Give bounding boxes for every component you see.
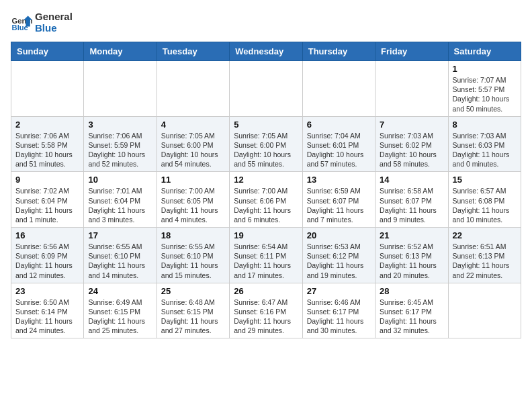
calendar-week-2: 2Sunrise: 7:06 AM Sunset: 5:58 PM Daylig… [11,116,521,172]
day-number: 7 [380,120,443,130]
page-header: General Blue General Blue [11,11,521,34]
day-number: 19 [234,230,298,240]
day-info: Sunrise: 7:04 AM Sunset: 6:01 PM Dayligh… [307,131,371,169]
day-number: 22 [453,230,517,240]
day-info: Sunrise: 6:49 AM Sunset: 6:15 PM Dayligh… [88,298,152,336]
day-number: 12 [234,175,298,185]
day-info: Sunrise: 6:51 AM Sunset: 6:13 PM Dayligh… [453,242,517,280]
calendar-day-11: 11Sunrise: 7:00 AM Sunset: 6:05 PM Dayli… [157,172,229,228]
calendar-day-20: 20Sunrise: 6:53 AM Sunset: 6:12 PM Dayli… [302,228,375,283]
day-info: Sunrise: 6:46 AM Sunset: 6:17 PM Dayligh… [307,298,371,336]
day-header-saturday: Saturday [448,42,521,61]
day-number: 20 [307,230,371,240]
calendar-empty-cell [230,61,302,117]
calendar-day-6: 6Sunrise: 7:04 AM Sunset: 6:01 PM Daylig… [302,116,375,172]
day-info: Sunrise: 6:52 AM Sunset: 6:13 PM Dayligh… [380,242,443,280]
day-header-tuesday: Tuesday [157,42,229,61]
calendar-day-2: 2Sunrise: 7:06 AM Sunset: 5:58 PM Daylig… [11,116,84,172]
calendar-day-22: 22Sunrise: 6:51 AM Sunset: 6:13 PM Dayli… [448,228,521,283]
day-header-sunday: Sunday [11,42,84,61]
calendar-empty-cell [11,61,84,117]
calendar-day-23: 23Sunrise: 6:50 AM Sunset: 6:14 PM Dayli… [11,283,84,338]
day-number: 11 [161,175,225,185]
day-number: 14 [380,175,443,185]
day-info: Sunrise: 6:48 AM Sunset: 6:15 PM Dayligh… [161,298,225,336]
day-info: Sunrise: 7:00 AM Sunset: 6:06 PM Dayligh… [234,186,298,224]
calendar-week-3: 9Sunrise: 7:02 AM Sunset: 6:04 PM Daylig… [11,172,521,228]
calendar-week-5: 23Sunrise: 6:50 AM Sunset: 6:14 PM Dayli… [11,283,521,338]
day-info: Sunrise: 7:05 AM Sunset: 6:00 PM Dayligh… [161,131,225,169]
logo-icon: General Blue [11,11,32,33]
day-number: 26 [234,286,298,296]
day-number: 28 [380,286,443,296]
calendar-day-27: 27Sunrise: 6:46 AM Sunset: 6:17 PM Dayli… [302,283,375,338]
calendar-day-14: 14Sunrise: 6:58 AM Sunset: 6:07 PM Dayli… [375,172,448,228]
calendar-header-row: SundayMondayTuesdayWednesdayThursdayFrid… [11,42,521,61]
calendar-empty-cell [448,283,521,338]
calendar-day-26: 26Sunrise: 6:47 AM Sunset: 6:16 PM Dayli… [230,283,302,338]
day-info: Sunrise: 6:57 AM Sunset: 6:08 PM Dayligh… [453,186,517,224]
day-info: Sunrise: 7:06 AM Sunset: 5:59 PM Dayligh… [88,131,152,169]
calendar-day-17: 17Sunrise: 6:55 AM Sunset: 6:10 PM Dayli… [84,228,157,283]
day-number: 21 [380,230,443,240]
calendar-day-25: 25Sunrise: 6:48 AM Sunset: 6:15 PM Dayli… [157,283,229,338]
day-number: 1 [453,64,517,74]
calendar-empty-cell [157,61,229,117]
calendar-day-13: 13Sunrise: 6:59 AM Sunset: 6:07 PM Dayli… [302,172,375,228]
day-info: Sunrise: 6:54 AM Sunset: 6:11 PM Dayligh… [234,242,298,280]
day-info: Sunrise: 7:07 AM Sunset: 5:57 PM Dayligh… [453,75,517,113]
day-info: Sunrise: 6:55 AM Sunset: 6:10 PM Dayligh… [88,242,152,280]
day-info: Sunrise: 7:03 AM Sunset: 6:02 PM Dayligh… [380,131,443,169]
calendar-day-24: 24Sunrise: 6:49 AM Sunset: 6:15 PM Dayli… [84,283,157,338]
calendar-day-21: 21Sunrise: 6:52 AM Sunset: 6:13 PM Dayli… [375,228,448,283]
day-number: 27 [307,286,371,296]
calendar-day-5: 5Sunrise: 7:05 AM Sunset: 6:00 PM Daylig… [230,116,302,172]
logo: General Blue General Blue [11,11,73,34]
day-info: Sunrise: 7:01 AM Sunset: 6:04 PM Dayligh… [88,186,152,224]
day-header-thursday: Thursday [302,42,375,61]
logo-blue: Blue [35,22,73,34]
day-number: 3 [88,120,152,130]
calendar-day-19: 19Sunrise: 6:54 AM Sunset: 6:11 PM Dayli… [230,228,302,283]
day-info: Sunrise: 6:55 AM Sunset: 6:10 PM Dayligh… [161,242,225,280]
day-number: 15 [453,175,517,185]
calendar-day-8: 8Sunrise: 7:03 AM Sunset: 6:03 PM Daylig… [448,116,521,172]
calendar-empty-cell [84,61,157,117]
day-number: 9 [15,175,79,185]
day-info: Sunrise: 6:50 AM Sunset: 6:14 PM Dayligh… [15,298,79,336]
day-number: 8 [453,120,517,130]
calendar-day-16: 16Sunrise: 6:56 AM Sunset: 6:09 PM Dayli… [11,228,84,283]
day-number: 6 [307,120,371,130]
day-header-monday: Monday [84,42,157,61]
day-number: 5 [234,120,298,130]
day-info: Sunrise: 6:59 AM Sunset: 6:07 PM Dayligh… [307,186,371,224]
day-info: Sunrise: 7:00 AM Sunset: 6:05 PM Dayligh… [161,186,225,224]
day-number: 17 [88,230,152,240]
calendar-day-15: 15Sunrise: 6:57 AM Sunset: 6:08 PM Dayli… [448,172,521,228]
day-number: 16 [15,230,79,240]
calendar-week-4: 16Sunrise: 6:56 AM Sunset: 6:09 PM Dayli… [11,228,521,283]
day-header-friday: Friday [375,42,448,61]
day-info: Sunrise: 6:56 AM Sunset: 6:09 PM Dayligh… [15,242,79,280]
day-info: Sunrise: 7:03 AM Sunset: 6:03 PM Dayligh… [453,131,517,169]
calendar-table: SundayMondayTuesdayWednesdayThursdayFrid… [11,42,521,338]
calendar-week-1: 1Sunrise: 7:07 AM Sunset: 5:57 PM Daylig… [11,61,521,117]
day-number: 18 [161,230,225,240]
calendar-day-4: 4Sunrise: 7:05 AM Sunset: 6:00 PM Daylig… [157,116,229,172]
day-number: 4 [161,120,225,130]
day-number: 25 [161,286,225,296]
logo-general: General [35,11,73,22]
day-number: 10 [88,175,152,185]
calendar-day-3: 3Sunrise: 7:06 AM Sunset: 5:59 PM Daylig… [84,116,157,172]
day-number: 13 [307,175,371,185]
day-info: Sunrise: 6:58 AM Sunset: 6:07 PM Dayligh… [380,186,443,224]
calendar-day-10: 10Sunrise: 7:01 AM Sunset: 6:04 PM Dayli… [84,172,157,228]
day-header-wednesday: Wednesday [230,42,302,61]
day-number: 2 [15,120,79,130]
day-info: Sunrise: 6:53 AM Sunset: 6:12 PM Dayligh… [307,242,371,280]
svg-text:Blue: Blue [12,24,28,32]
calendar-day-9: 9Sunrise: 7:02 AM Sunset: 6:04 PM Daylig… [11,172,84,228]
calendar-empty-cell [302,61,375,117]
calendar-day-1: 1Sunrise: 7:07 AM Sunset: 5:57 PM Daylig… [448,61,521,117]
calendar-day-12: 12Sunrise: 7:00 AM Sunset: 6:06 PM Dayli… [230,172,302,228]
